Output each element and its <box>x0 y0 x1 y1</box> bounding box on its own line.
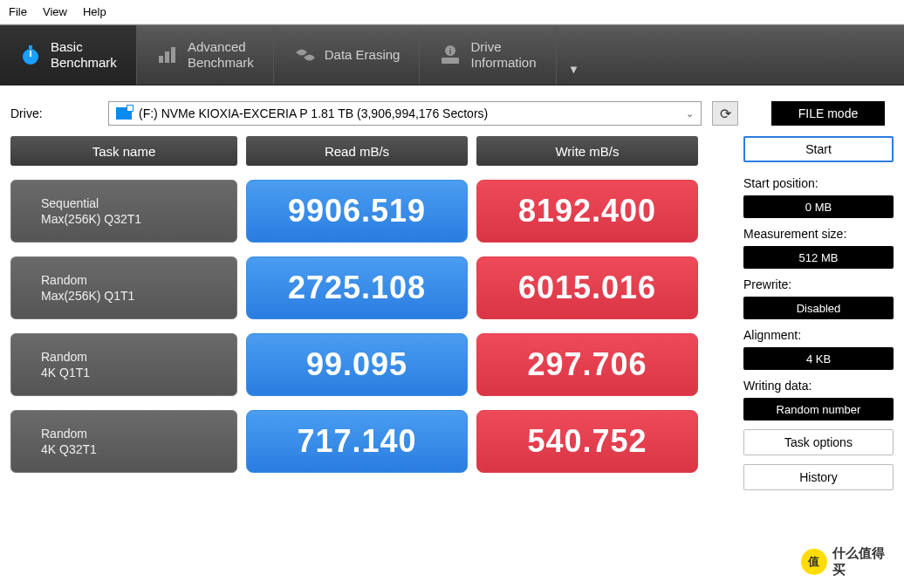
refresh-icon: ⟳ <box>720 106 731 122</box>
tab-basic-benchmark[interactable]: BasicBenchmark <box>0 25 137 85</box>
header-read: Read mB/s <box>246 136 468 166</box>
history-button[interactable]: History <box>743 464 894 490</box>
write-value: 297.706 <box>476 333 698 396</box>
measurement-size-label: Measurement size: <box>743 227 894 241</box>
read-value: 9906.519 <box>246 180 468 243</box>
read-value: 99.095 <box>246 333 468 396</box>
svg-rect-5 <box>171 47 175 63</box>
svg-rect-3 <box>159 56 163 63</box>
svg-rect-1 <box>29 45 32 49</box>
tab-label: AdvancedBenchmark <box>188 39 254 71</box>
task-random-4k-q32t1[interactable]: Random 4K Q32T1 <box>10 410 237 473</box>
refresh-button[interactable]: ⟳ <box>712 101 738 126</box>
bars-icon <box>156 44 179 66</box>
start-position-value[interactable]: 0 MB <box>743 195 894 218</box>
write-value: 8192.400 <box>476 180 698 243</box>
start-position-label: Start position: <box>743 176 894 190</box>
erase-icon <box>293 44 316 66</box>
menubar: File View Help <box>0 0 904 24</box>
table-row: Random 4K Q32T1 717.140 540.752 <box>10 410 728 473</box>
chevron-down-icon: ▼ <box>568 63 579 76</box>
menu-file[interactable]: File <box>9 5 27 18</box>
drive-row: Drive: (F:) NVMe KIOXIA-EXCERIA P 1.81 T… <box>0 85 904 136</box>
stopwatch-icon <box>19 44 42 66</box>
alignment-value[interactable]: 4 KB <box>743 347 894 370</box>
start-button[interactable]: Start <box>743 136 894 162</box>
writing-data-value[interactable]: Random number <box>743 398 894 420</box>
tab-label: BasicBenchmark <box>51 39 117 71</box>
disk-icon <box>116 107 132 120</box>
smzdm-logo-icon: 值 <box>801 549 827 575</box>
prewrite-label: Prewrite: <box>743 277 894 291</box>
write-value: 540.752 <box>476 410 698 473</box>
task-sequential-q32t1[interactable]: Sequential Max(256K) Q32T1 <box>10 180 237 243</box>
task-options-button[interactable]: Task options <box>743 429 894 455</box>
tab-data-erasing[interactable]: Data Erasing <box>274 25 421 85</box>
drive-selected-text: (F:) NVMe KIOXIA-EXCERIA P 1.81 TB (3,90… <box>139 106 488 120</box>
tab-label: DriveInformation <box>470 39 536 71</box>
alignment-label: Alignment: <box>743 328 894 342</box>
toolbar-overflow[interactable]: ▼ <box>557 25 592 85</box>
toolbar: BasicBenchmark AdvancedBenchmark Data Er… <box>0 24 904 85</box>
drive-info-icon: i <box>439 44 462 66</box>
benchmark-table: Task name Read mB/s Write mB/s Sequentia… <box>10 136 728 490</box>
tab-label: Data Erasing <box>325 47 401 63</box>
table-row: Random 4K Q1T1 99.095 297.706 <box>10 333 728 396</box>
menu-view[interactable]: View <box>43 5 67 18</box>
measurement-size-value[interactable]: 512 MB <box>743 246 894 269</box>
tab-drive-information[interactable]: i DriveInformation <box>420 25 556 85</box>
svg-rect-4 <box>165 51 169 63</box>
side-panel: Start Start position: 0 MB Measurement s… <box>743 136 894 490</box>
file-mode-button[interactable]: FILE mode <box>771 101 885 126</box>
tab-advanced-benchmark[interactable]: AdvancedBenchmark <box>137 25 274 85</box>
task-random-4k-q1t1[interactable]: Random 4K Q1T1 <box>10 333 237 396</box>
watermark: 值 什么值得买 <box>801 543 897 581</box>
header-task: Task name <box>10 136 237 166</box>
read-value: 2725.108 <box>246 256 468 319</box>
table-row: Random Max(256K) Q1T1 2725.108 6015.016 <box>10 256 728 319</box>
writing-data-label: Writing data: <box>743 379 894 393</box>
write-value: 6015.016 <box>476 256 698 319</box>
drive-select[interactable]: (F:) NVMe KIOXIA-EXCERIA P 1.81 TB (3,90… <box>108 101 702 126</box>
svg-rect-6 <box>442 58 459 64</box>
prewrite-value[interactable]: Disabled <box>743 297 894 319</box>
svg-text:i: i <box>449 47 452 56</box>
read-value: 717.140 <box>246 410 468 473</box>
drive-label: Drive: <box>10 106 98 120</box>
table-row: Sequential Max(256K) Q32T1 9906.519 8192… <box>10 180 728 243</box>
chevron-down-icon: ⌄ <box>686 108 694 120</box>
header-write: Write mB/s <box>476 136 698 166</box>
menu-help[interactable]: Help <box>83 5 106 18</box>
task-random-max-q1t1[interactable]: Random Max(256K) Q1T1 <box>10 256 237 319</box>
